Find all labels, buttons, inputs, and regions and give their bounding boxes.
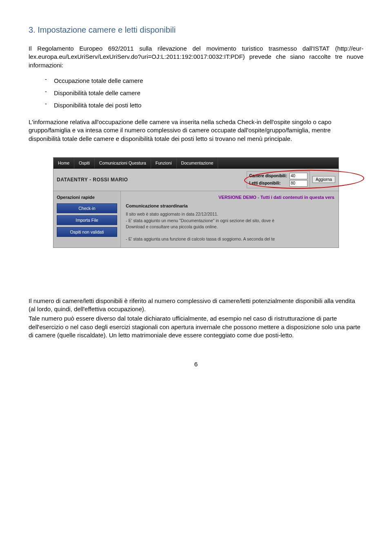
section-heading: 3. Impostazione camere e letti disponibi… xyxy=(29,25,363,36)
intro-paragraph: Il Regolamento Europeo 692/2011 sulla ri… xyxy=(29,45,363,69)
comm-line: Download e consultare una piccola guida … xyxy=(126,224,334,230)
comm-line: - E' stata aggiunta una funzione di calc… xyxy=(126,236,334,242)
camere-label: Camere disponibili: xyxy=(249,173,287,179)
app-screenshot: Home Ospiti Comunicazioni Questura Funzi… xyxy=(53,157,339,248)
checkin-button[interactable]: Check-in xyxy=(57,203,117,213)
list-item: Disponibilità totale dei posti letto xyxy=(45,101,363,109)
letti-input[interactable]: 80 xyxy=(290,180,307,187)
camere-input[interactable]: 40 xyxy=(290,173,307,179)
body-paragraph-3: Tale numero può essere diverso dal total… xyxy=(29,314,363,340)
body-paragraph-2: Il numero di camere/letti disponibili è … xyxy=(29,297,363,314)
ospiti-non-validati-button[interactable]: Ospiti non validati xyxy=(57,227,117,237)
menu-bar: Home Ospiti Comunicazioni Questura Funzi… xyxy=(53,158,339,169)
version-banner: VERSIONE DEMO - Tutti i dati contenuti i… xyxy=(126,194,334,201)
comm-line: Il sito web è stato aggiornato in data 2… xyxy=(126,211,334,217)
menu-ospiti[interactable]: Ospiti xyxy=(74,158,95,168)
menu-funzioni[interactable]: Funzioni xyxy=(151,158,177,168)
page-title: DATAENTRY - ROSSI MARIO xyxy=(57,176,128,183)
list-item: Occupazione totale delle camere xyxy=(45,77,363,85)
menu-documentazione[interactable]: Documentazione xyxy=(177,158,218,168)
content-area: VERSIONE DEMO - Tutti i dati contenuti i… xyxy=(121,191,339,247)
importa-file-button[interactable]: Importa File xyxy=(57,215,117,225)
letti-label: Letti disponibili: xyxy=(249,181,287,186)
menu-comunicazioni[interactable]: Comunicazioni Questura xyxy=(95,158,151,168)
communication-text: Il sito web è stato aggiornato in data 2… xyxy=(126,211,334,242)
comm-line: - E' stata aggiunto un menu "Documentazi… xyxy=(126,218,334,224)
list-item: Disponibilità totale delle camere xyxy=(45,89,363,97)
menu-home[interactable]: Home xyxy=(53,158,74,168)
sidebar: Operazioni rapide Check-in Importa File … xyxy=(53,191,121,247)
communication-title: Comunicazione straordinaria xyxy=(126,203,334,209)
toolbar: DATAENTRY - ROSSI MARIO Camere disponibi… xyxy=(53,169,339,191)
sidebar-title: Operazioni rapide xyxy=(57,194,117,201)
bullet-list: Occupazione totale delle camere Disponib… xyxy=(45,77,363,110)
page-number: 6 xyxy=(29,360,363,368)
body-paragraph-1: L'informazione relativa all'occupazione … xyxy=(29,118,363,143)
aggiorna-button[interactable]: Aggiorna xyxy=(312,176,335,183)
availability-box: Camere disponibili: 40 Letti disponibili… xyxy=(247,171,335,188)
